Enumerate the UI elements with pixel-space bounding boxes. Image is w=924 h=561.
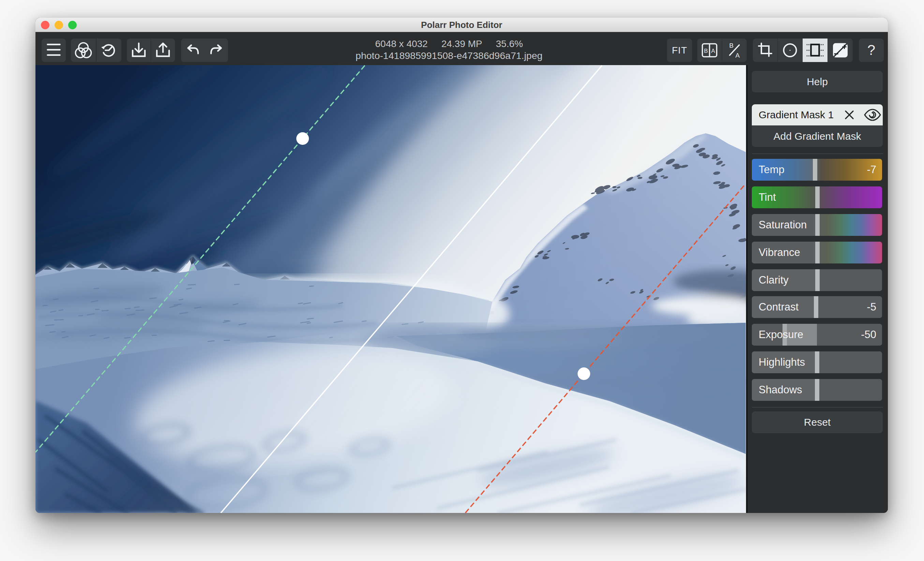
svg-text:B: B [729,42,734,49]
svg-text:A: A [711,48,716,54]
svg-text:A: A [735,52,740,59]
svg-text:B: B [704,48,708,54]
